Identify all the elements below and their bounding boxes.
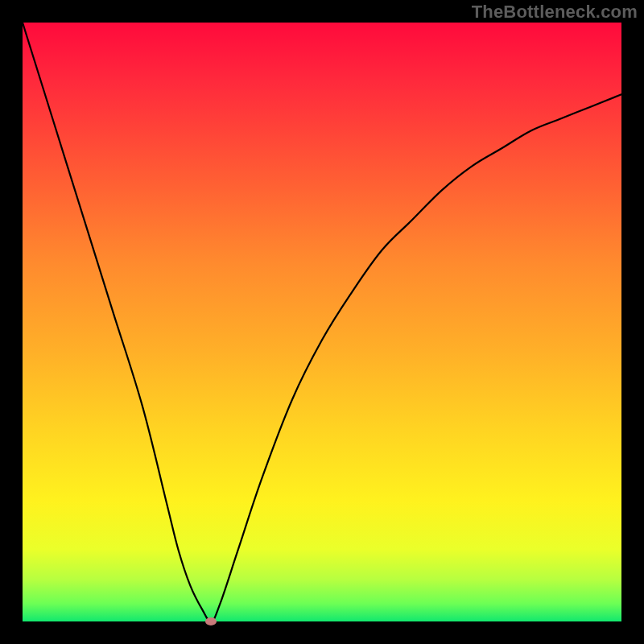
watermark-text: TheBottleneck.com <box>472 2 638 23</box>
minimum-marker <box>205 617 217 625</box>
bottleneck-curve <box>23 23 621 621</box>
plot-area <box>23 23 621 621</box>
chart-frame: TheBottleneck.com <box>0 0 644 644</box>
